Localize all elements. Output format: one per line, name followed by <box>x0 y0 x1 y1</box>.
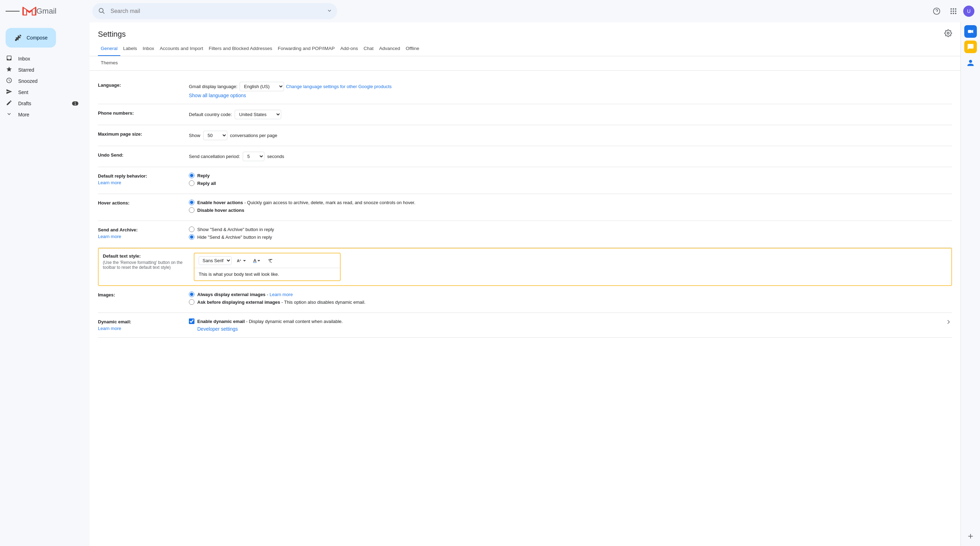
send-archive-value: Show "Send & Archive" button in reply Hi… <box>189 227 952 242</box>
right-panel <box>961 22 980 546</box>
enable-hover-radio[interactable] <box>189 200 194 205</box>
gmail-m-icon <box>22 6 37 16</box>
svg-rect-7 <box>953 8 954 10</box>
hide-send-archive-radio[interactable] <box>189 234 194 240</box>
tab-general[interactable]: General <box>98 41 120 56</box>
svg-marker-19 <box>972 30 973 33</box>
add-panel-icon[interactable] <box>964 529 978 543</box>
expand-icon[interactable] <box>945 319 952 327</box>
send-archive-learn-more[interactable]: Learn more <box>98 234 189 239</box>
language-value: Gmail display language: English (US) Cha… <box>189 82 952 98</box>
remove-format-btn[interactable] <box>266 257 275 265</box>
sidebar-item-more[interactable]: More <box>0 109 84 120</box>
font-size-btn[interactable]: AA <box>234 257 248 265</box>
settings-gear-icon[interactable] <box>944 29 952 39</box>
dynamic-email-label: Dynamic email: Learn more <box>98 319 189 331</box>
page-size-row: Maximum page size: Show 50 conversations… <box>98 125 952 146</box>
show-send-archive-radio[interactable] <box>189 227 194 232</box>
disable-hover-radio[interactable] <box>189 207 194 213</box>
reply-behavior-label: Default reply behavior: Learn more <box>98 173 189 185</box>
settings-rows: Language: Gmail display language: Englis… <box>89 71 961 343</box>
sidebar-item-starred[interactable]: Starred <box>0 64 84 76</box>
svg-rect-6 <box>951 8 952 10</box>
search-bar <box>92 3 337 19</box>
language-select[interactable]: English (US) <box>240 82 284 91</box>
compose-plus-icon <box>14 33 22 42</box>
sidebar-item-inbox[interactable]: Inbox <box>0 53 84 64</box>
meet-icon[interactable] <box>964 25 977 38</box>
reply-behavior-learn-more[interactable]: Learn more <box>98 180 189 185</box>
text-style-row: Default text style: (Use the 'Remove for… <box>98 248 952 286</box>
contacts-icon[interactable] <box>964 56 978 70</box>
tab-advanced[interactable]: Advanced <box>376 41 403 56</box>
always-display-radio[interactable] <box>189 292 194 297</box>
text-style-preview: This is what your body text will look li… <box>194 268 340 280</box>
text-style-value: Sans Serif AA A <box>194 253 947 281</box>
send-archive-label: Send and Archive: Learn more <box>98 227 189 239</box>
reply-all-label[interactable]: Reply all <box>197 181 216 186</box>
tab-forwarding[interactable]: Forwarding and POP/IMAP <box>275 41 337 56</box>
tab-offline[interactable]: Offline <box>403 41 422 56</box>
developer-settings-link[interactable]: Developer settings <box>197 326 238 332</box>
enable-dynamic-label[interactable]: Enable dynamic email - Display dynamic e… <box>197 319 343 324</box>
avatar[interactable]: U <box>963 6 974 17</box>
dynamic-email-row: Dynamic email: Learn more Enable dynamic… <box>98 313 952 338</box>
ask-display-label[interactable]: Ask before displaying external images - … <box>197 300 366 305</box>
sent-label: Sent <box>18 89 78 95</box>
phone-row: Phone numbers: Default country code: Uni… <box>98 104 952 125</box>
svg-rect-11 <box>955 11 956 12</box>
hide-send-archive-label[interactable]: Hide "Send & Archive" button in reply <box>197 235 272 240</box>
apps-icon[interactable] <box>947 4 961 18</box>
help-icon[interactable] <box>930 4 943 18</box>
undo-seconds-select[interactable]: 5 <box>243 152 264 161</box>
gmail-text-label: Gmail <box>37 6 56 16</box>
sidebar-item-drafts[interactable]: Drafts 1 <box>0 98 84 109</box>
images-learn-more[interactable]: Learn more <box>270 292 293 297</box>
font-select[interactable]: Sans Serif <box>199 256 232 265</box>
search-dropdown-icon[interactable] <box>327 8 332 15</box>
tab-filters[interactable]: Filters and Blocked Addresses <box>206 41 275 56</box>
settings-tabs: General Labels Inbox Accounts and Import… <box>89 41 961 56</box>
reply-all-radio[interactable] <box>189 180 194 186</box>
tab-inbox[interactable]: Inbox <box>140 41 157 56</box>
reply-radio[interactable] <box>189 173 194 178</box>
starred-icon <box>6 66 13 74</box>
topbar-left: Gmail <box>6 4 89 18</box>
svg-rect-10 <box>953 11 954 12</box>
dynamic-email-learn-more[interactable]: Learn more <box>98 326 189 331</box>
hover-actions-row: Hover actions: Enable hover actions - Qu… <box>98 194 952 221</box>
drafts-label: Drafts <box>18 101 67 106</box>
show-all-languages-link[interactable]: Show all language options <box>189 93 246 98</box>
tab-labels[interactable]: Labels <box>120 41 140 56</box>
tab-chat[interactable]: Chat <box>361 41 376 56</box>
images-row: Images: Always display external images -… <box>98 286 952 313</box>
sidebar-item-snoozed[interactable]: Snoozed <box>0 76 84 87</box>
phone-value: Default country code: United States <box>189 110 952 119</box>
snoozed-icon <box>6 77 13 85</box>
reply-label[interactable]: Reply <box>197 173 210 178</box>
hamburger-menu[interactable] <box>6 4 19 18</box>
disable-hover-label[interactable]: Disable hover actions <box>197 208 244 213</box>
search-input[interactable] <box>92 3 337 19</box>
ask-display-radio[interactable] <box>189 299 194 305</box>
tab-themes[interactable]: Themes <box>98 56 121 71</box>
tab-addons[interactable]: Add-ons <box>337 41 361 56</box>
svg-rect-8 <box>955 8 956 10</box>
topbar-right: U <box>930 4 974 18</box>
show-send-archive-label[interactable]: Show "Send & Archive" button in reply <box>197 227 274 232</box>
enable-hover-label[interactable]: Enable hover actions - Quickly gain acce… <box>197 200 415 205</box>
always-display-label[interactable]: Always display external images - Learn m… <box>197 292 293 297</box>
change-language-link[interactable]: Change language settings for other Googl… <box>286 84 392 89</box>
chat-icon-panel[interactable] <box>964 41 977 53</box>
svg-rect-12 <box>951 13 952 14</box>
svg-rect-18 <box>968 30 972 33</box>
compose-button[interactable]: Compose <box>6 28 56 48</box>
text-style-toolbar: Sans Serif AA A <box>194 254 340 268</box>
page-size-select[interactable]: 50 <box>203 131 228 140</box>
country-select[interactable]: United States <box>235 110 281 119</box>
sidebar-item-sent[interactable]: Sent <box>0 87 84 98</box>
tab-accounts[interactable]: Accounts and Import <box>157 41 206 56</box>
enable-dynamic-checkbox[interactable] <box>189 319 194 324</box>
more-label: More <box>18 112 78 117</box>
text-color-btn[interactable]: A <box>251 257 262 265</box>
